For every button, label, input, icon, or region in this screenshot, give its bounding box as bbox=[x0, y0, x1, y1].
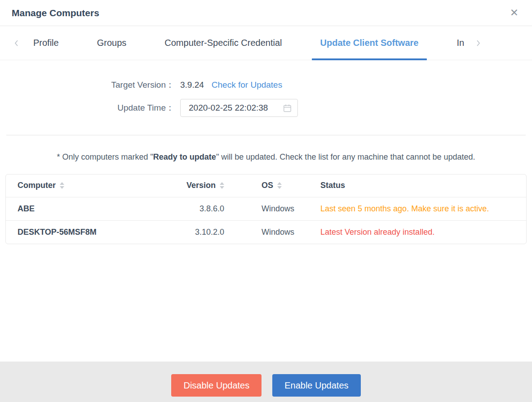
check-for-updates-link[interactable]: Check for Updates bbox=[212, 80, 282, 90]
sort-icon[interactable] bbox=[220, 182, 224, 189]
page-title: Manage Computers bbox=[12, 8, 99, 18]
computer-version: 3.8.6.0 bbox=[172, 197, 224, 220]
computer-name: ABE bbox=[6, 197, 172, 220]
tab-update-client-software[interactable]: Update Client Software bbox=[320, 26, 419, 60]
update-time-label: Update Time： bbox=[0, 102, 174, 114]
calendar-icon[interactable] bbox=[283, 104, 292, 112]
chevron-right-icon[interactable] bbox=[473, 37, 483, 49]
computer-os: Windows bbox=[224, 220, 307, 244]
update-form: Target Version： 3.9.24 Check for Updates… bbox=[0, 60, 532, 117]
tab-groups[interactable]: Groups bbox=[97, 26, 127, 60]
sort-icon[interactable] bbox=[60, 182, 64, 189]
update-time-row: Update Time： 2020-02-25 22:02:38 bbox=[0, 99, 532, 117]
column-header-version[interactable]: Version bbox=[172, 174, 224, 197]
tab-computer-specific-credential[interactable]: Computer-Specific Credential bbox=[164, 26, 282, 60]
target-version-value: 3.9.24 bbox=[180, 80, 204, 90]
column-header-computer[interactable]: Computer bbox=[6, 174, 172, 197]
tab-bar: Profile Groups Computer-Specific Credent… bbox=[0, 26, 532, 60]
status-text: Last seen 5 months ago. Make sure it is … bbox=[307, 197, 526, 220]
status-text: Latest Version already installed. bbox=[307, 220, 526, 244]
update-time-value: 2020-02-25 22:02:38 bbox=[189, 103, 283, 113]
tab-in-truncated[interactable]: In bbox=[457, 26, 464, 60]
enable-updates-button[interactable]: Enable Updates bbox=[272, 374, 360, 397]
modal-footer: Disable Updates Enable Updates bbox=[0, 362, 532, 402]
computer-version: 3.10.2.0 bbox=[172, 220, 224, 244]
modal-header: Manage Computers ✕ bbox=[0, 0, 532, 26]
computers-table: Computer Version OS bbox=[6, 174, 526, 244]
table-header-row: Computer Version OS bbox=[6, 174, 526, 197]
section-divider bbox=[6, 135, 526, 135]
computers-table-container: Computer Version OS bbox=[5, 174, 527, 244]
target-version-label: Target Version： bbox=[0, 79, 174, 91]
close-icon[interactable]: ✕ bbox=[508, 7, 520, 19]
tab-panel-update-client-software: Target Version： 3.9.24 Check for Updates… bbox=[0, 60, 532, 362]
table-row: ABE 3.8.6.0 Windows Last seen 5 months a… bbox=[6, 197, 526, 220]
tab-list: Profile Groups Computer-Specific Credent… bbox=[33, 26, 464, 60]
sort-icon[interactable] bbox=[277, 182, 282, 189]
computer-name: DESKTOP-56MSF8M bbox=[6, 220, 172, 244]
column-header-status: Status bbox=[307, 174, 526, 197]
chevron-left-icon[interactable] bbox=[12, 37, 22, 49]
target-version-row: Target Version： 3.9.24 Check for Updates bbox=[0, 79, 532, 91]
update-note: * Only computers marked "Ready to update… bbox=[0, 152, 532, 162]
note-suffix: " will be updated. Check the list for an… bbox=[216, 152, 475, 161]
table-row: DESKTOP-56MSF8M 3.10.2.0 Windows Latest … bbox=[6, 220, 526, 244]
computer-os: Windows bbox=[224, 197, 307, 220]
note-bold: Ready to update bbox=[153, 152, 216, 161]
note-prefix: * Only computers marked " bbox=[57, 152, 153, 161]
update-time-input[interactable]: 2020-02-25 22:02:38 bbox=[180, 99, 298, 117]
tab-profile[interactable]: Profile bbox=[33, 26, 59, 60]
disable-updates-button[interactable]: Disable Updates bbox=[171, 374, 262, 397]
column-header-os[interactable]: OS bbox=[224, 174, 307, 197]
